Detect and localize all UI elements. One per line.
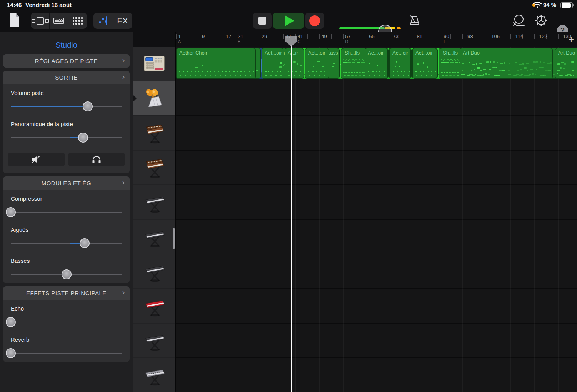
- track-lane-8[interactable]: [176, 324, 577, 358]
- midi-region[interactable]: Art Duo: [555, 48, 577, 79]
- headphones-button[interactable]: [68, 153, 125, 166]
- view-toggle-group: [31, 13, 87, 29]
- track-controls-button[interactable]: [93, 13, 113, 29]
- track-lane-9[interactable]: [176, 358, 577, 392]
- slider-track: [11, 212, 122, 213]
- slider-Reverb[interactable]: [11, 348, 122, 358]
- slider-track: [11, 137, 122, 138]
- track-header-4[interactable]: [133, 185, 176, 219]
- section-header: MODULES ET ÉG›: [3, 176, 130, 190]
- tracks-timeline[interactable]: Pistes fusionnées.......................…: [176, 47, 577, 392]
- ruler-bar-number: 98: [467, 33, 473, 39]
- ruler-tick: [212, 34, 212, 39]
- track-header-8[interactable]: [133, 324, 176, 357]
- tracks-view-button[interactable]: [49, 13, 68, 29]
- slider-row: Reverb: [3, 331, 130, 362]
- track-lane-1[interactable]: [176, 81, 577, 116]
- midi-region[interactable]: Ae...oir: [365, 48, 388, 79]
- slider-knob[interactable]: [83, 101, 93, 111]
- slider-knob[interactable]: [6, 207, 16, 217]
- timeline-ruler[interactable]: 1A91721B293741C4957D65738190E98106114122…: [133, 32, 577, 47]
- slider-Panoramique de la piste[interactable]: [11, 133, 122, 143]
- track-icon-keyboard-light: [142, 363, 166, 387]
- note-pattern: [305, 48, 329, 78]
- grid-line: [319, 47, 320, 392]
- scrollbar-handle[interactable]: [173, 228, 175, 249]
- fx-button[interactable]: FX: [113, 13, 132, 29]
- slider-Compressor[interactable]: [11, 207, 122, 217]
- midi-region[interactable]: Ae...oir: [389, 48, 411, 79]
- note-pattern: [262, 48, 283, 78]
- add-tracks-button[interactable]: +: [569, 34, 574, 45]
- slider-row: Écho: [3, 300, 130, 331]
- track-header-0[interactable]: [133, 47, 176, 81]
- ruler-tick: [283, 34, 284, 39]
- ruler-bar-number: 21: [238, 33, 243, 39]
- sliders-icon: [98, 16, 108, 26]
- track-lane-6[interactable]: [176, 254, 577, 289]
- slider-knob[interactable]: [62, 269, 72, 279]
- track-header-7[interactable]: [133, 289, 176, 323]
- slider-row: Basses: [3, 252, 130, 283]
- slider-label: Panoramique de la piste: [11, 121, 122, 127]
- track-header-2[interactable]: [133, 116, 176, 150]
- status-bar: 14:46 Vendredi 16 août 94 %: [0, 0, 577, 10]
- regions-view-button[interactable]: [31, 13, 49, 29]
- grid-line: [248, 47, 248, 392]
- track-header-6[interactable]: [133, 254, 176, 288]
- slider-Volume piste[interactable]: [11, 101, 122, 111]
- ruler-bar-number: 106: [491, 33, 500, 39]
- midi-region[interactable]: Art Duo: [460, 48, 553, 79]
- track-settings-button[interactable]: RÉGLAGES DE PISTE ›: [3, 54, 130, 68]
- track-header-5[interactable]: [133, 220, 176, 254]
- track-header-9[interactable]: [133, 358, 176, 392]
- track-lane-7[interactable]: [176, 289, 577, 324]
- slider-row: Compressor: [3, 190, 130, 221]
- slider-knob[interactable]: [78, 133, 88, 143]
- ruler-section-letter: E: [444, 39, 446, 44]
- track-lane-3[interactable]: [176, 151, 577, 185]
- midi-region[interactable]: Aether Choir: [176, 48, 256, 79]
- midi-region[interactable]: Aet...oir: [305, 48, 329, 79]
- track-lane-4[interactable]: [176, 185, 577, 220]
- slider-Aiguës[interactable]: [11, 238, 122, 248]
- level-bar-top-orange: [397, 27, 401, 29]
- track-icon-synth-brown: [142, 156, 166, 179]
- slider-knob[interactable]: [6, 348, 16, 358]
- ruler-tick: [236, 34, 236, 39]
- slider-knob[interactable]: [6, 317, 16, 327]
- metronome-icon[interactable]: [409, 15, 421, 27]
- document-icon[interactable]: [9, 13, 20, 27]
- slider-knob[interactable]: [80, 238, 90, 248]
- track-lane-5[interactable]: [176, 220, 577, 254]
- record-button[interactable]: [305, 13, 324, 29]
- mute-button[interactable]: [8, 153, 65, 166]
- live-loops-grid-button[interactable]: [68, 13, 87, 29]
- selected-track-notch: [133, 95, 137, 102]
- grid-line: [534, 47, 535, 392]
- loop-browser-icon[interactable]: [512, 14, 525, 28]
- headphones-icon: [92, 155, 101, 164]
- slider-row: Volume piste: [3, 84, 130, 115]
- play-button[interactable]: [273, 13, 304, 29]
- midi-region[interactable]: Aet...oir: [262, 48, 283, 79]
- track-header-1[interactable]: [133, 81, 176, 115]
- midi-region[interactable]: Aet...oir: [412, 48, 437, 79]
- chevron-right-icon: ›: [122, 288, 125, 297]
- track-lane-2[interactable]: [176, 116, 577, 151]
- sidebar-section-2: EFFETS PISTE PRINCIPALE›ÉchoReverb: [3, 286, 130, 362]
- chevron-right-icon: ›: [122, 56, 125, 65]
- sidebar-title: Studio: [0, 41, 133, 50]
- settings-gear-icon[interactable]: [535, 14, 548, 27]
- ruler-bar-number: 114: [515, 33, 523, 39]
- track-header-3[interactable]: [133, 151, 176, 184]
- slider-Basses[interactable]: [11, 269, 122, 279]
- track-icon-keyboard-dark: [142, 225, 166, 249]
- ruler-tick: [367, 34, 367, 39]
- note-pattern: [413, 48, 437, 78]
- midi-region[interactable]: A...ir: [285, 48, 304, 79]
- track-icon-drum-machine: [142, 52, 166, 76]
- slider-Écho[interactable]: [11, 317, 122, 327]
- playhead-line: [291, 45, 292, 392]
- stop-button[interactable]: [253, 13, 272, 29]
